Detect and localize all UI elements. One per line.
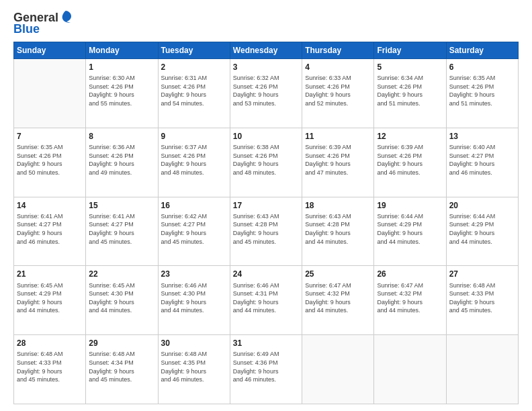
- calendar-cell: 17Sunrise: 6:43 AMSunset: 4:28 PMDayligh…: [230, 197, 302, 266]
- calendar-cell: 21Sunrise: 6:45 AMSunset: 4:29 PMDayligh…: [14, 266, 86, 335]
- calendar-header: SundayMondayTuesdayWednesdayThursdayFrid…: [14, 42, 519, 59]
- day-info: Sunrise: 6:47 AMSunset: 4:32 PMDaylight:…: [377, 281, 443, 315]
- day-number: 10: [233, 131, 299, 142]
- day-info: Sunrise: 6:37 AMSunset: 4:26 PMDaylight:…: [161, 143, 227, 177]
- calendar-cell: [446, 335, 518, 404]
- day-number: 13: [449, 131, 515, 142]
- day-number: 26: [377, 269, 443, 279]
- day-info: Sunrise: 6:44 AMSunset: 4:29 PMDaylight:…: [449, 212, 515, 246]
- day-number: 20: [449, 200, 515, 211]
- calendar-week-2: 14Sunrise: 6:41 AMSunset: 4:27 PMDayligh…: [14, 197, 519, 266]
- weekday-header-saturday: Saturday: [446, 42, 518, 59]
- day-info: Sunrise: 6:44 AMSunset: 4:29 PMDaylight:…: [377, 212, 443, 246]
- day-info: Sunrise: 6:39 AMSunset: 4:26 PMDaylight:…: [305, 143, 371, 177]
- weekday-header-wednesday: Wednesday: [230, 42, 302, 59]
- calendar-cell: 10Sunrise: 6:38 AMSunset: 4:26 PMDayligh…: [230, 128, 302, 197]
- calendar-cell: 18Sunrise: 6:43 AMSunset: 4:28 PMDayligh…: [302, 197, 374, 266]
- weekday-header-tuesday: Tuesday: [158, 42, 230, 59]
- logo: General Blue: [13, 11, 72, 36]
- calendar-cell: [302, 335, 374, 404]
- calendar-week-4: 28Sunrise: 6:48 AMSunset: 4:33 PMDayligh…: [14, 335, 519, 404]
- day-number: 15: [89, 200, 154, 211]
- day-number: 22: [89, 269, 154, 279]
- day-number: 8: [89, 131, 154, 142]
- weekday-header-sunday: Sunday: [14, 42, 86, 59]
- day-info: Sunrise: 6:49 AMSunset: 4:36 PMDaylight:…: [233, 350, 299, 383]
- weekday-header-thursday: Thursday: [302, 42, 374, 59]
- day-number: 21: [17, 269, 83, 279]
- day-info: Sunrise: 6:43 AMSunset: 4:28 PMDaylight:…: [233, 212, 299, 246]
- calendar-week-3: 21Sunrise: 6:45 AMSunset: 4:29 PMDayligh…: [14, 266, 519, 335]
- calendar-cell: 9Sunrise: 6:37 AMSunset: 4:26 PMDaylight…: [158, 128, 230, 197]
- calendar-cell: 6Sunrise: 6:35 AMSunset: 4:26 PMDaylight…: [446, 59, 518, 128]
- calendar-cell: 8Sunrise: 6:36 AMSunset: 4:26 PMDaylight…: [86, 128, 158, 197]
- calendar-cell: 30Sunrise: 6:48 AMSunset: 4:35 PMDayligh…: [158, 335, 230, 404]
- day-info: Sunrise: 6:45 AMSunset: 4:30 PMDaylight:…: [89, 281, 154, 315]
- calendar-cell: 24Sunrise: 6:46 AMSunset: 4:31 PMDayligh…: [230, 266, 302, 335]
- weekday-header-friday: Friday: [374, 42, 446, 59]
- day-number: 9: [161, 131, 227, 142]
- day-info: Sunrise: 6:36 AMSunset: 4:26 PMDaylight:…: [89, 143, 154, 177]
- day-number: 28: [17, 338, 83, 349]
- calendar-cell: 7Sunrise: 6:35 AMSunset: 4:26 PMDaylight…: [14, 128, 86, 197]
- day-info: Sunrise: 6:40 AMSunset: 4:27 PMDaylight:…: [449, 143, 515, 177]
- calendar-cell: [374, 335, 446, 404]
- day-number: 31: [233, 338, 299, 349]
- day-number: 30: [161, 338, 227, 349]
- day-number: 1: [89, 62, 154, 73]
- calendar-cell: 16Sunrise: 6:42 AMSunset: 4:27 PMDayligh…: [158, 197, 230, 266]
- day-number: 29: [89, 338, 154, 349]
- day-info: Sunrise: 6:45 AMSunset: 4:29 PMDaylight:…: [17, 281, 83, 315]
- day-number: 6: [449, 62, 515, 73]
- day-number: 11: [305, 131, 371, 142]
- day-number: 2: [161, 62, 227, 73]
- logo-bird-icon: [60, 9, 72, 24]
- calendar-cell: 4Sunrise: 6:33 AMSunset: 4:26 PMDaylight…: [302, 59, 374, 128]
- weekday-header-row: SundayMondayTuesdayWednesdayThursdayFrid…: [14, 42, 519, 59]
- day-info: Sunrise: 6:31 AMSunset: 4:26 PMDaylight:…: [161, 74, 227, 107]
- calendar-cell: 19Sunrise: 6:44 AMSunset: 4:29 PMDayligh…: [374, 197, 446, 266]
- day-info: Sunrise: 6:30 AMSunset: 4:26 PMDaylight:…: [89, 74, 154, 107]
- day-info: Sunrise: 6:46 AMSunset: 4:30 PMDaylight:…: [161, 281, 227, 315]
- day-number: 19: [377, 200, 443, 211]
- calendar-cell: 23Sunrise: 6:46 AMSunset: 4:30 PMDayligh…: [158, 266, 230, 335]
- header: General Blue: [13, 11, 519, 36]
- day-info: Sunrise: 6:35 AMSunset: 4:26 PMDaylight:…: [449, 74, 515, 107]
- calendar-cell: 2Sunrise: 6:31 AMSunset: 4:26 PMDaylight…: [158, 59, 230, 128]
- day-number: 12: [377, 131, 443, 142]
- day-info: Sunrise: 6:41 AMSunset: 4:27 PMDaylight:…: [89, 212, 154, 246]
- calendar-cell: 28Sunrise: 6:48 AMSunset: 4:33 PMDayligh…: [14, 335, 86, 404]
- day-info: Sunrise: 6:43 AMSunset: 4:28 PMDaylight:…: [305, 212, 371, 246]
- calendar-cell: 20Sunrise: 6:44 AMSunset: 4:29 PMDayligh…: [446, 197, 518, 266]
- day-number: 27: [449, 269, 515, 279]
- calendar-cell: 5Sunrise: 6:34 AMSunset: 4:26 PMDaylight…: [374, 59, 446, 128]
- day-info: Sunrise: 6:32 AMSunset: 4:26 PMDaylight:…: [233, 74, 299, 107]
- day-number: 5: [377, 62, 443, 73]
- day-number: 7: [17, 131, 83, 142]
- day-info: Sunrise: 6:48 AMSunset: 4:35 PMDaylight:…: [161, 350, 227, 383]
- calendar-cell: [14, 59, 86, 128]
- day-info: Sunrise: 6:33 AMSunset: 4:26 PMDaylight:…: [305, 74, 371, 107]
- day-info: Sunrise: 6:48 AMSunset: 4:34 PMDaylight:…: [89, 350, 154, 383]
- day-info: Sunrise: 6:39 AMSunset: 4:26 PMDaylight:…: [377, 143, 443, 177]
- calendar-week-1: 7Sunrise: 6:35 AMSunset: 4:26 PMDaylight…: [14, 128, 519, 197]
- day-number: 14: [17, 200, 83, 211]
- day-number: 25: [305, 269, 371, 279]
- calendar-cell: 25Sunrise: 6:47 AMSunset: 4:32 PMDayligh…: [302, 266, 374, 335]
- calendar-cell: 13Sunrise: 6:40 AMSunset: 4:27 PMDayligh…: [446, 128, 518, 197]
- day-number: 24: [233, 269, 299, 279]
- calendar-cell: 12Sunrise: 6:39 AMSunset: 4:26 PMDayligh…: [374, 128, 446, 197]
- day-number: 23: [161, 269, 227, 279]
- day-number: 17: [233, 200, 299, 211]
- calendar-cell: 26Sunrise: 6:47 AMSunset: 4:32 PMDayligh…: [374, 266, 446, 335]
- calendar-cell: 31Sunrise: 6:49 AMSunset: 4:36 PMDayligh…: [230, 335, 302, 404]
- day-number: 3: [233, 62, 299, 73]
- day-number: 4: [305, 62, 371, 73]
- day-info: Sunrise: 6:42 AMSunset: 4:27 PMDaylight:…: [161, 212, 227, 246]
- calendar-cell: 1Sunrise: 6:30 AMSunset: 4:26 PMDaylight…: [86, 59, 158, 128]
- calendar-cell: 15Sunrise: 6:41 AMSunset: 4:27 PMDayligh…: [86, 197, 158, 266]
- day-info: Sunrise: 6:47 AMSunset: 4:32 PMDaylight:…: [305, 281, 371, 315]
- day-info: Sunrise: 6:48 AMSunset: 4:33 PMDaylight:…: [449, 281, 515, 315]
- day-info: Sunrise: 6:46 AMSunset: 4:31 PMDaylight:…: [233, 281, 299, 315]
- calendar-cell: 22Sunrise: 6:45 AMSunset: 4:30 PMDayligh…: [86, 266, 158, 335]
